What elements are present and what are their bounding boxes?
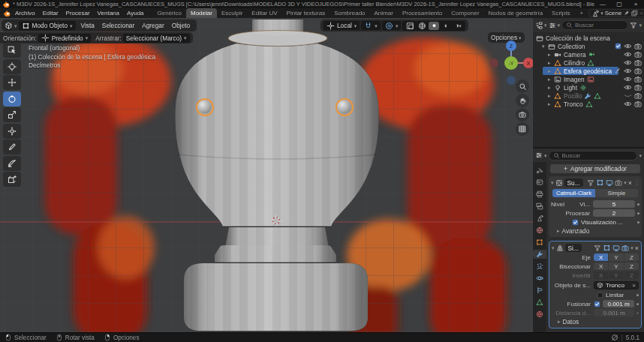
modifier-name-field[interactable]: Si... (565, 244, 582, 252)
animate-dot[interactable] (637, 203, 639, 206)
eye-icon[interactable] (624, 100, 632, 108)
rotate-tool[interactable] (3, 92, 21, 106)
delete-modifier-icon[interactable]: × (635, 244, 639, 252)
properties-tab-modifiers[interactable] (533, 250, 546, 259)
filter-icon[interactable] (630, 22, 637, 29)
bisect-distance-field[interactable]: 0.001 m (594, 309, 634, 316)
data-subpanel-toggle[interactable]: ▸Datos (552, 317, 639, 326)
navigation-gizmo[interactable]: Z X -Y (486, 38, 533, 87)
axis-axis-y[interactable]: Y (609, 254, 623, 261)
sphere-eye-left[interactable] (197, 99, 213, 116)
gizmo-axis-neg-y[interactable]: -Y (504, 56, 518, 70)
zoom-view-button[interactable] (516, 80, 529, 93)
bisect-axis-z[interactable]: Z (624, 262, 639, 270)
eye-icon[interactable] (624, 50, 632, 58)
add-modifier-button[interactable]: +Agregar modificador (550, 164, 640, 173)
maximize-button[interactable]: ▢ (611, 0, 627, 8)
camera-visibility-icon[interactable] (634, 84, 642, 92)
solid-shading-icon[interactable]: ● (429, 22, 439, 30)
chevron-right-icon[interactable]: ▸ (548, 76, 554, 82)
workspace-tab-esculpir[interactable]: Esculpir (217, 8, 247, 18)
outliner-row-esfera-geodésica[interactable]: ▸Esfera geodésica (533, 67, 644, 75)
minimize-button[interactable]: — (594, 0, 611, 8)
animate-dot[interactable] (637, 221, 639, 224)
subdivision-type-catmull-clark[interactable]: Catmull-Clark (552, 189, 595, 197)
outliner-editor-icon[interactable] (535, 22, 543, 29)
merge-threshold-field[interactable]: 0.001 m (603, 300, 634, 308)
merge-checkbox[interactable] (594, 301, 600, 308)
properties-tab-object-data[interactable] (533, 298, 546, 307)
proportional-edit-toggle[interactable]: ▾ (382, 21, 402, 30)
menu-procesar[interactable]: Procesar (62, 8, 94, 18)
camera-visibility-icon[interactable] (634, 43, 642, 50)
properties-options-icon[interactable]: ▾ (639, 153, 642, 158)
chevron-right-icon[interactable]: ▸ (548, 68, 554, 74)
outliner-row-pocillo[interactable]: ▸Pocillo (533, 92, 644, 100)
transform-orientation-selector[interactable]: Local▾ (324, 21, 360, 30)
extras-dropdown-icon[interactable]: ▾ (624, 180, 627, 185)
editmode-display-icon[interactable] (603, 244, 611, 252)
wireframe-shading-icon[interactable] (417, 22, 427, 30)
chevron-right-icon[interactable]: ▸ (548, 52, 554, 57)
properties-tab-view-layer[interactable] (533, 202, 546, 211)
delete-modifier-icon[interactable]: × (628, 179, 632, 187)
render-display-icon[interactable] (621, 244, 629, 252)
workspace-tab-scripts[interactable]: Scripts (547, 8, 574, 18)
modifier-name-field[interactable]: Su... (564, 178, 583, 187)
properties-tab-scene[interactable] (533, 214, 546, 223)
mode-selector[interactable]: Modo Objeto▾ (19, 21, 76, 30)
menu-ayuda[interactable]: Ayuda (123, 8, 148, 18)
workspace-tab-animar[interactable]: Animar (370, 8, 398, 18)
camera-visibility-icon[interactable] (634, 92, 642, 100)
chevron-down-icon[interactable]: ▾ (542, 44, 548, 49)
drag-action-selector[interactable]: Seleccionar (Marco)▾ (123, 34, 190, 43)
workspace-tab-componer[interactable]: Componer (447, 8, 483, 18)
bisect-axis-y[interactable]: Y (609, 262, 623, 270)
pin-icon[interactable] (623, 10, 630, 16)
measure-tool[interactable] (3, 156, 21, 171)
realtime-display-icon[interactable] (612, 244, 620, 252)
chevron-right-icon[interactable]: ▸ (548, 93, 554, 98)
chevron-right-icon[interactable]: ▸ (548, 60, 554, 65)
collection-checkbox-icon[interactable] (615, 43, 621, 50)
workspace-tab-sombreado[interactable]: Sombreado (330, 8, 369, 18)
viewport-menu-objeto[interactable]: Objeto (168, 22, 194, 29)
workspace-tab-procesamiento[interactable]: Procesamiento (398, 8, 447, 18)
perspective-toggle-button[interactable] (516, 122, 529, 136)
chevron-right-icon[interactable]: ▸ (548, 85, 554, 90)
collapse-icon[interactable]: ▾ (551, 180, 554, 185)
eye-icon[interactable] (624, 67, 632, 75)
realtime-display-icon[interactable] (606, 179, 613, 187)
display-mode-icon[interactable] (549, 22, 556, 29)
network-offline-icon[interactable] (611, 334, 618, 341)
snap-toggle[interactable]: ▾ (361, 21, 381, 30)
outliner-row-cilindro[interactable]: ▸Cilindro (533, 58, 644, 67)
scene-selector[interactable]: ▾ Scene × (588, 9, 644, 17)
camera-visibility-icon[interactable] (634, 100, 642, 108)
menu-archivo[interactable]: Archivo (11, 8, 39, 18)
camera-visibility-icon[interactable] (634, 59, 642, 67)
properties-tab-tool[interactable] (533, 166, 546, 175)
outliner-row-imagen[interactable]: ▸Imagen (533, 75, 644, 83)
gizmo-axis-neg-z[interactable] (507, 76, 516, 85)
workspace-tab-pintar-texturas[interactable]: Pintar texturas (282, 8, 330, 18)
xray-toggle-icon[interactable] (405, 22, 415, 30)
mirror-object-field[interactable]: Tronco × (594, 281, 639, 290)
camera-view-button[interactable] (516, 108, 529, 122)
nutcracker-body-mesh[interactable] (176, 20, 379, 331)
properties-tab-material[interactable] (533, 310, 546, 319)
blender-menu-icon[interactable] (3, 10, 11, 17)
eye-icon[interactable] (624, 58, 632, 67)
vertex-group-filter-icon[interactable] (594, 244, 601, 252)
outliner-row-tronco[interactable]: ▸Tronco (533, 100, 644, 108)
gizmo-axis-z[interactable]: Z (506, 40, 516, 51)
camera-visibility-icon[interactable] (634, 76, 642, 83)
extras-dropdown-icon[interactable]: ▾ (630, 245, 633, 250)
viewport-menu-seleccionar[interactable]: Seleccionar (98, 22, 138, 29)
material-shading-icon[interactable]: ◐ (441, 22, 451, 30)
axis-axis-z[interactable]: Z (624, 254, 639, 261)
drag-handle-icon[interactable]: ⋮ (633, 179, 639, 186)
eye-icon[interactable] (624, 83, 632, 92)
animate-dot[interactable] (636, 312, 639, 314)
clipping-checkbox[interactable] (597, 292, 603, 298)
